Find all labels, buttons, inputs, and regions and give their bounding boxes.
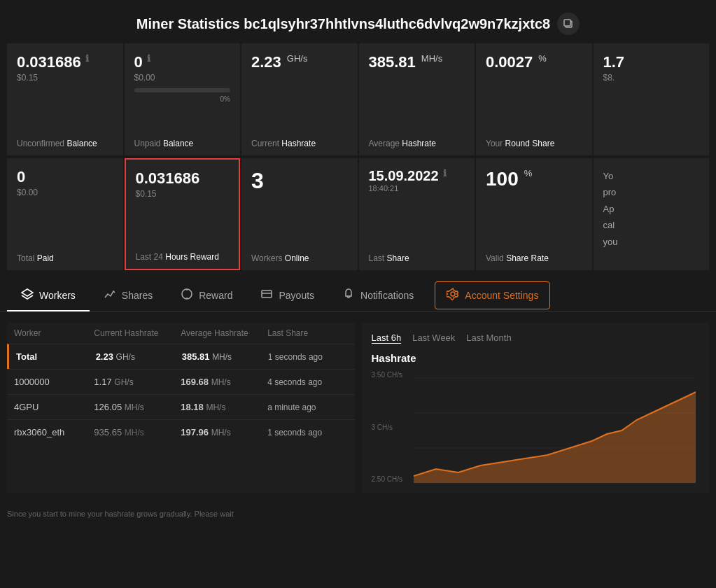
last-24h-reward-value: 0.031686	[136, 169, 230, 188]
reward-icon	[181, 288, 193, 303]
table-row: 4GPU 126.05 MH/s 18.18 MH/s a minute ago	[7, 394, 355, 419]
filter-last-month[interactable]: Last Month	[466, 332, 511, 344]
tab-workers[interactable]: Workers	[7, 281, 90, 312]
avg-hashrate-1000000: 169.68 MH/s	[181, 377, 267, 387]
chart-y-labels: 3.50 CH/s 3 CH/s 2.50 CH/s	[372, 371, 407, 483]
unconfirmed-balance-usd: $0.15	[17, 73, 113, 83]
average-hashrate-label: Average Hashrate	[369, 132, 465, 148]
total-current-hashrate: 2.23 GH/s	[96, 351, 182, 362]
bell-icon	[342, 288, 355, 303]
copy-address-button[interactable]	[557, 13, 580, 35]
tab-reward[interactable]: Reward	[167, 281, 246, 312]
tab-shares[interactable]: Shares	[90, 281, 167, 312]
tab-workers-label: Workers	[39, 290, 76, 301]
valid-share-rate-label: Valid Share Rate	[486, 246, 582, 263]
tab-account-settings-label: Account Settings	[465, 290, 538, 301]
chart-time-filters: Last 6h Last Week Last Month	[372, 332, 700, 344]
chart-title: Hashrate	[372, 352, 700, 364]
total-last-share: 1 seconds ago	[268, 352, 348, 362]
svg-point-11	[451, 292, 455, 296]
unconfirmed-balance-value: 0.031686 ℹ	[17, 53, 113, 71]
col-last-share: Last Share	[267, 328, 347, 338]
avg-hashrate-4gpu: 18.18 MH/s	[181, 402, 267, 412]
last-24h-reward-usd: $0.15	[136, 189, 230, 199]
tab-notifications-label: Notifications	[360, 290, 414, 301]
payouts-icon	[260, 288, 273, 303]
tab-shares-label: Shares	[122, 290, 153, 301]
current-hashrate-value: 2.23 GH/s	[251, 53, 348, 71]
total-paid-label: Total Paid	[17, 246, 113, 263]
hashrate-rbx3060: 935.65 MH/s	[94, 427, 181, 438]
tab-account-settings[interactable]: Account Settings	[435, 281, 550, 309]
tab-reward-label: Reward	[199, 290, 232, 301]
chart-area: 3.50 CH/s 3 CH/s 2.50 CH/s	[372, 371, 700, 483]
col-average-hashrate: Average Hashrate	[181, 328, 267, 338]
content-area: Worker Current Hashrate Average Hashrate…	[0, 312, 716, 504]
unpaid-balance-usd: $0.00	[134, 73, 231, 83]
last-share-1000000: 4 seconds ago	[267, 377, 347, 387]
valid-share-rate-card: 100 % Valid Share Rate	[476, 158, 592, 270]
table-row-total: Total 2.23 GH/s 385.81 MH/s 1 seconds ag…	[7, 344, 355, 369]
average-hashrate-card: 385.81 MH/s Average Hashrate	[359, 43, 475, 155]
round-share-card: 0.0027 % Your Round Share	[476, 43, 592, 155]
tab-payouts[interactable]: Payouts	[246, 281, 328, 312]
layers-icon	[21, 288, 34, 303]
average-hashrate-value: 385.81 MH/s	[369, 53, 465, 71]
round-share-value: 0.0027 %	[486, 53, 582, 71]
total-paid-card: 0 $0.00 Total Paid	[7, 158, 123, 270]
last-share-value: 15.09.2022 ℹ	[369, 168, 465, 184]
last-share-rbx3060: 1 seconds ago	[267, 428, 347, 438]
total-paid-value: 0	[17, 168, 113, 186]
svg-rect-1	[564, 20, 570, 26]
info-icon-unconfirmed[interactable]: ℹ	[85, 53, 89, 64]
workers-online-label: Workers Online	[251, 246, 348, 263]
unpaid-balance-value: 0 ℹ	[134, 53, 231, 71]
svg-marker-2	[22, 289, 33, 296]
last-share-card: 15.09.2022 ℹ 18:40:21 Last Share	[359, 158, 475, 270]
tab-notifications[interactable]: Notifications	[328, 281, 428, 312]
unconfirmed-balance-label: Unconfirmed Balance	[17, 132, 113, 148]
workers-online-value: 3	[251, 168, 348, 194]
filter-last-6h[interactable]: Last 6h	[372, 332, 402, 344]
filter-last-week[interactable]: Last Week	[412, 332, 455, 344]
total-avg-hashrate: 385.81 MH/s	[182, 351, 268, 362]
page-title: Miner Statistics bc1qlsyhr37hhtlvns4luth…	[136, 16, 550, 32]
worker-name-rbx3060: rbx3060_eth	[14, 427, 94, 438]
tab-payouts-label: Payouts	[279, 290, 314, 301]
stats-row-2: 0 $0.00 Total Paid 0.031686 $0.15 Last 2…	[0, 158, 716, 270]
col-worker: Worker	[14, 328, 94, 338]
last-share-label: Last Share	[369, 246, 465, 263]
stats-row-1: 0.031686 ℹ $0.15 Unconfirmed Balance 0 ℹ…	[0, 43, 716, 155]
total-worker-name: Total	[16, 351, 96, 362]
col-current-hashrate: Current Hashrate	[94, 328, 181, 338]
partial-stat-usd: $8.	[603, 73, 700, 83]
hashrate-chart: Last 6h Last Week Last Month Hashrate 3.…	[362, 323, 710, 493]
hashrate-4gpu: 126.05 MH/s	[94, 402, 181, 412]
last-24h-reward-label: Last 24 Hours Reward	[136, 245, 230, 262]
unpaid-progress-pct: 0%	[134, 95, 231, 103]
hashrate-1000000: 1.17 GH/s	[94, 377, 181, 387]
last-24h-reward-card: 0.031686 $0.15 Last 24 Hours Reward	[125, 158, 241, 270]
workers-online-card: 3 Workers Online	[241, 158, 358, 270]
table-header: Worker Current Hashrate Average Hashrate…	[7, 323, 355, 344]
header: Miner Statistics bc1qlsyhr37hhtlvns4luth…	[0, 0, 716, 43]
partial-stat-value: 1.7	[603, 53, 700, 71]
info-icon-unpaid[interactable]: ℹ	[147, 53, 150, 64]
unpaid-balance-card: 0 ℹ $0.00 0% Unpaid Balance	[125, 43, 241, 155]
valid-share-rate-value: 100 %	[486, 168, 582, 190]
partial-stat2-card: Yo pro Ap cal you	[594, 158, 710, 270]
gear-icon	[447, 288, 459, 303]
table-row: 1000000 1.17 GH/s 169.68 MH/s 4 seconds …	[7, 369, 355, 394]
worker-name-1000000: 1000000	[14, 377, 94, 387]
total-paid-usd: $0.00	[17, 188, 113, 197]
unpaid-balance-label: Unpaid Balance	[134, 132, 231, 148]
current-hashrate-label: Current Hashrate	[251, 132, 348, 148]
current-hashrate-card: 2.23 GH/s Current Hashrate	[241, 43, 358, 155]
last-share-time: 18:40:21	[369, 184, 465, 192]
workers-table: Worker Current Hashrate Average Hashrate…	[7, 323, 355, 493]
info-icon-last-share[interactable]: ℹ	[443, 168, 447, 178]
table-row: rbx3060_eth 935.65 MH/s 197.96 MH/s 1 se…	[7, 419, 355, 444]
unpaid-progress-bar	[134, 88, 231, 92]
tabs-nav: Workers Shares Reward Payouts	[0, 273, 716, 312]
worker-name-4gpu: 4GPU	[14, 402, 94, 412]
